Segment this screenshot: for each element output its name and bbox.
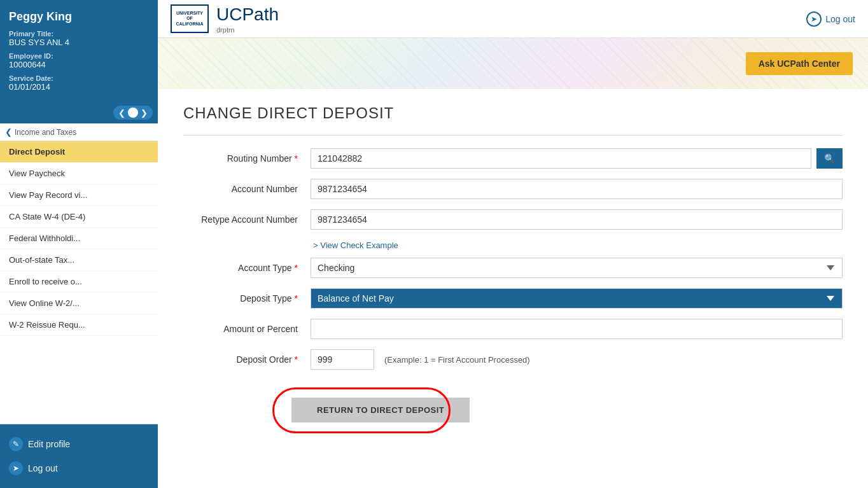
edit-profile-label: Edit profile <box>28 439 70 449</box>
ask-ucpath-button[interactable]: Ask UCPath Center <box>746 52 853 75</box>
retype-account-input[interactable] <box>311 209 843 230</box>
view-check-row: > View Check Example <box>183 240 843 250</box>
deposit-order-row: Deposit Order * (Example: 1 = First Acco… <box>183 349 843 370</box>
page-body: CHANGE DIRECT DEPOSIT Routing Number * 🔍… <box>158 89 868 488</box>
sidebar-item-direct-deposit[interactable]: Direct Deposit <box>0 141 158 163</box>
form-divider <box>183 135 843 136</box>
deposit-order-example: (Example: 1 = First Account Processed) <box>384 355 530 365</box>
return-button-area: RETURN TO DIRECT DEPOSIT <box>291 398 470 422</box>
employee-id-label: Employee ID: <box>9 52 149 60</box>
primary-title-value: BUS SYS ANL 4 <box>9 38 149 47</box>
account-type-select[interactable]: CheckingSavings <box>311 258 843 278</box>
account-type-row: Account Type * CheckingSavings <box>183 258 843 278</box>
account-number-label: Account Number <box>183 184 311 194</box>
amount-percent-input[interactable] <box>311 319 843 339</box>
uc-logo: UNIVERSITY OF CALIFORNIA <box>171 4 209 33</box>
chevron-right-icon: ❯ <box>141 108 148 118</box>
amount-percent-row: Amount or Percent <box>183 319 843 339</box>
view-check-link[interactable]: > View Check Example <box>313 241 398 250</box>
sidebar-logout-link[interactable]: ➤ Log out <box>9 456 149 480</box>
header-logout-button[interactable]: ➤ Log out <box>806 11 855 27</box>
account-number-input[interactable] <box>311 179 843 199</box>
employee-id-value: 10000644 <box>9 60 149 69</box>
sidebar-logout-label: Log out <box>28 463 58 473</box>
collapse-toggle-button[interactable]: ❮ ❯ <box>113 106 153 120</box>
sidebar: Peggy King Primary Title: BUS SYS ANL 4 … <box>0 0 158 488</box>
routing-search-button[interactable]: 🔍 <box>816 148 843 169</box>
routing-number-row: Routing Number * 🔍 <box>183 148 843 169</box>
service-date-label: Service Date: <box>9 74 149 82</box>
deposit-type-row: Deposit Type * Balance of Net PayAmountP… <box>183 288 843 309</box>
logout-label: Log out <box>825 14 855 24</box>
logout-icon: ➤ <box>806 11 822 27</box>
deposit-order-input[interactable] <box>311 349 374 370</box>
page-title: CHANGE DIRECT DEPOSIT <box>183 104 843 122</box>
sidebar-item-view-pay-record[interactable]: View Pay Record vi... <box>0 185 158 206</box>
logo-area: UNIVERSITY OF CALIFORNIA UCPath drptrn <box>171 4 279 34</box>
account-type-star: * <box>295 263 298 273</box>
user-info-panel: Peggy King Primary Title: BUS SYS ANL 4 … <box>0 0 158 102</box>
account-type-select-wrap: CheckingSavings <box>311 258 843 278</box>
service-date-value: 01/01/2014 <box>9 82 149 92</box>
nav-parent-label[interactable]: Income and Taxes <box>15 128 76 137</box>
edit-profile-icon: ✎ <box>9 437 23 451</box>
routing-number-input-wrap: 🔍 <box>311 148 843 169</box>
retype-account-row: Retype Account Number <box>183 209 843 230</box>
sidebar-item-view-online-w2[interactable]: View Online W-2/... <box>0 293 158 314</box>
toggle-bar: ❮ ❯ <box>0 102 158 123</box>
return-to-direct-deposit-button[interactable]: RETURN TO DIRECT DEPOSIT <box>291 398 470 422</box>
drptrn-label: drptrn <box>216 26 279 34</box>
deposit-type-select-wrap: Balance of Net PayAmountPercent <box>311 288 843 309</box>
ucpath-logo-text: UCPath drptrn <box>216 4 279 34</box>
sidebar-item-view-paycheck[interactable]: View Paycheck <box>0 163 158 185</box>
deposit-order-input-wrap: (Example: 1 = First Account Processed) <box>311 349 843 370</box>
routing-required-star: * <box>295 153 298 164</box>
routing-number-label: Routing Number * <box>183 153 311 164</box>
retype-account-input-wrap <box>311 209 843 230</box>
nav-submenu: ❮ Income and Taxes Direct Deposit View P… <box>0 123 158 424</box>
banner: Ask UCPath Center <box>158 38 868 89</box>
sidebar-item-enroll-receive[interactable]: Enroll to receive o... <box>0 271 158 293</box>
retype-account-label: Retype Account Number <box>183 214 311 225</box>
deposit-type-select[interactable]: Balance of Net PayAmountPercent <box>311 288 843 309</box>
amount-percent-label: Amount or Percent <box>183 324 311 334</box>
chevron-left-icon: ❮ <box>118 108 125 118</box>
primary-title-label: Primary Title: <box>9 30 149 38</box>
toggle-circle <box>128 108 138 118</box>
user-name: Peggy King <box>9 10 149 24</box>
header-right: ➤ Log out <box>806 11 855 27</box>
sidebar-item-w2-reissue[interactable]: W-2 Reissue Requ... <box>0 314 158 336</box>
sidebar-footer: ✎ Edit profile ➤ Log out <box>0 424 158 488</box>
deposit-type-label: Deposit Type * <box>183 293 311 303</box>
account-type-label: Account Type * <box>183 263 311 273</box>
view-check-link-wrap: > View Check Example <box>311 240 398 250</box>
sidebar-item-federal-withholding[interactable]: Federal Withholdi... <box>0 228 158 249</box>
deposit-order-label: Deposit Order * <box>183 354 311 365</box>
sidebar-item-ca-state-w4[interactable]: CA State W-4 (DE-4) <box>0 206 158 228</box>
account-number-input-wrap <box>311 179 843 199</box>
ucpath-title: UCPath <box>216 4 279 25</box>
main-content: UNIVERSITY OF CALIFORNIA UCPath drptrn ➤… <box>158 0 868 488</box>
deposit-type-star: * <box>295 293 298 303</box>
nav-back-chevron[interactable]: ❮ <box>5 127 12 137</box>
deposit-order-star: * <box>295 354 298 365</box>
app-header: UNIVERSITY OF CALIFORNIA UCPath drptrn ➤… <box>158 0 868 38</box>
amount-percent-input-wrap <box>311 319 843 339</box>
account-number-row: Account Number <box>183 179 843 199</box>
nav-header-row: ❮ Income and Taxes <box>0 123 158 141</box>
sidebar-logout-icon: ➤ <box>9 461 23 475</box>
routing-number-input[interactable] <box>311 148 811 169</box>
sidebar-item-out-of-state-tax[interactable]: Out-of-state Tax... <box>0 249 158 271</box>
edit-profile-link[interactable]: ✎ Edit profile <box>9 432 149 456</box>
